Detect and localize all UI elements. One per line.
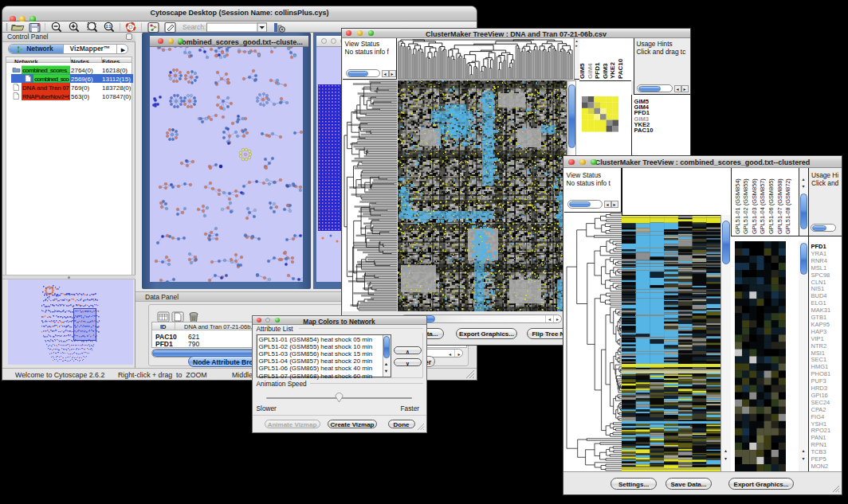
svg-text:PAC10: PAC10	[617, 58, 624, 79]
svg-text:DNA and Tran 07: DNA and Tran 07	[22, 84, 70, 92]
svg-text:2569(6): 2569(6)	[71, 76, 93, 83]
svg-text:PFD1: PFD1	[594, 62, 601, 79]
svg-text:769(0): 769(0)	[71, 84, 89, 92]
svg-text:Search:: Search:	[183, 23, 206, 31]
svg-text:GPL51-04 (GSM857): GPL51-04 (GSM857)	[759, 178, 766, 234]
svg-text:GIM3: GIM3	[602, 63, 609, 79]
svg-text:GPL51-08 (GSM872): GPL51-08 (GSM872)	[784, 178, 791, 234]
svg-text:1:1: 1:1	[106, 25, 112, 29]
svg-text:563(0): 563(0)	[71, 93, 89, 100]
svg-text:107847(0): 107847(0)	[102, 93, 132, 100]
svg-text:183728(0): 183728(0)	[102, 84, 132, 92]
svg-text:GIM4: GIM4	[587, 63, 594, 79]
svg-text:combined_sco: combined_sco	[34, 76, 69, 83]
svg-text:GIM5: GIM5	[579, 63, 586, 79]
svg-text:GPL51-03 (GSM856): GPL51-03 (GSM856)	[751, 178, 758, 234]
svg-text:2764(0): 2764(0)	[71, 67, 93, 74]
svg-text:GPL51-06 (GSM865): GPL51-06 (GSM865)	[768, 178, 775, 234]
svg-text:combined_scores_: combined_scores_	[22, 67, 71, 74]
svg-text:13112(15): 13112(15)	[102, 76, 131, 83]
svg-text:GPL51-01 (GSM854): GPL51-01 (GSM854)	[734, 178, 741, 234]
svg-text:16218(0): 16218(0)	[102, 67, 128, 74]
svg-text:GPL51-07 (GSM868): GPL51-07 (GSM868)	[776, 178, 783, 234]
svg-text:RNAPuberNov2+t: RNAPuberNov2+t	[22, 93, 69, 100]
svg-text:YKE2: YKE2	[609, 62, 616, 79]
svg-text:GPL51-02 (GSM855): GPL51-02 (GSM855)	[742, 178, 749, 234]
